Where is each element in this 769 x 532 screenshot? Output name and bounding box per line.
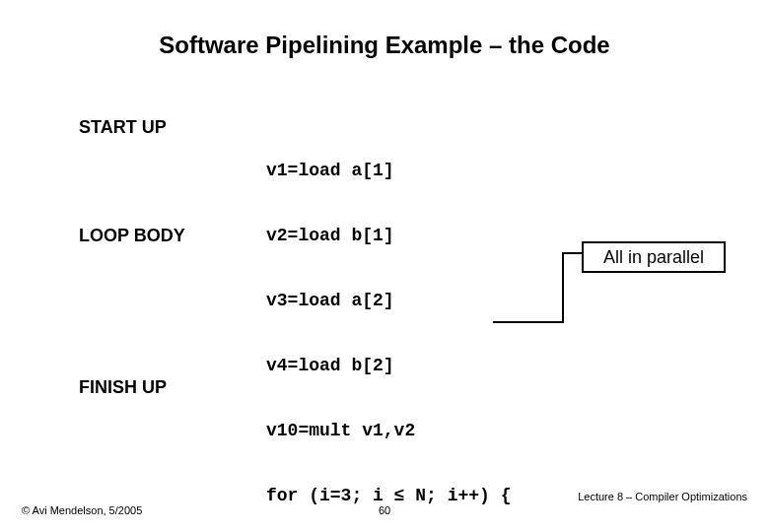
code-block: v1=load a[1] v2=load b[1] v3=load a[2] v…: [266, 116, 511, 532]
slide-title: Software Pipelining Example – the Code: [0, 32, 769, 59]
footer-lecture: Lecture 8 – Compiler Optimizations: [578, 491, 747, 502]
callout-all-in-parallel: All in parallel: [582, 241, 726, 273]
callout-text: All in parallel: [603, 247, 704, 268]
footer-page-number: 60: [0, 504, 769, 516]
code-line: v4=load b[2]: [266, 355, 511, 376]
callout-connector: [562, 252, 582, 254]
code-line: v2=load b[1]: [266, 225, 511, 246]
code-line: v1=load a[1]: [266, 160, 511, 181]
code-line: v10=mult v1,v2: [266, 420, 511, 441]
label-startup: START UP: [79, 116, 167, 138]
callout-connector: [493, 321, 564, 323]
code-line: v3=load a[2]: [266, 290, 511, 311]
label-finishup: FINISH UP: [79, 376, 167, 398]
code-line: for (i=3; i ≤ N; i++) {: [266, 485, 511, 506]
label-loopbody: LOOP BODY: [79, 225, 185, 246]
callout-connector: [562, 252, 564, 321]
